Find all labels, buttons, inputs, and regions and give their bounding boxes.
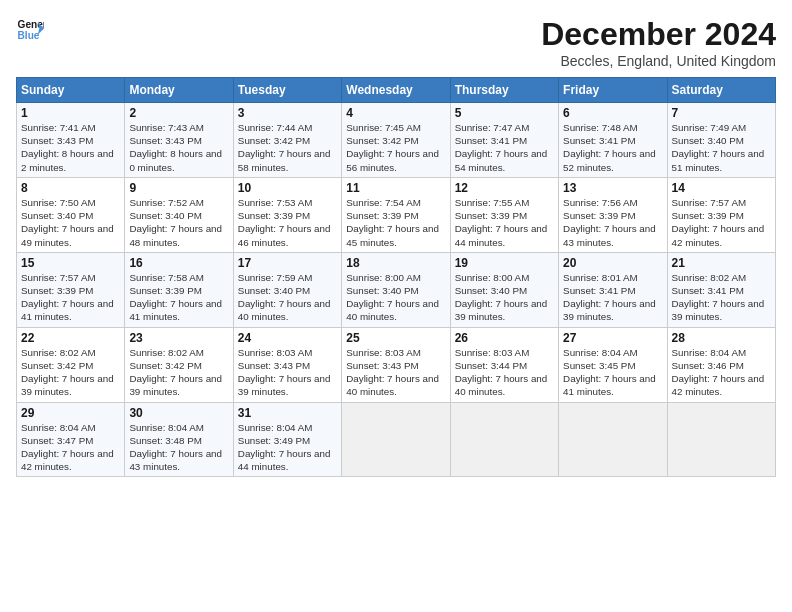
- calendar-cell: 10 Sunrise: 7:53 AMSunset: 3:39 PMDaylig…: [233, 177, 341, 252]
- day-info: Sunrise: 7:58 AMSunset: 3:39 PMDaylight:…: [129, 271, 228, 324]
- calendar-cell: [559, 402, 667, 477]
- day-number: 2: [129, 106, 228, 120]
- day-info: Sunrise: 7:50 AMSunset: 3:40 PMDaylight:…: [21, 196, 120, 249]
- calendar-cell: 28 Sunrise: 8:04 AMSunset: 3:46 PMDaylig…: [667, 327, 775, 402]
- calendar-cell: 5 Sunrise: 7:47 AMSunset: 3:41 PMDayligh…: [450, 103, 558, 178]
- calendar-cell: 27 Sunrise: 8:04 AMSunset: 3:45 PMDaylig…: [559, 327, 667, 402]
- day-info: Sunrise: 7:55 AMSunset: 3:39 PMDaylight:…: [455, 196, 554, 249]
- day-info: Sunrise: 7:54 AMSunset: 3:39 PMDaylight:…: [346, 196, 445, 249]
- calendar-cell: 1 Sunrise: 7:41 AMSunset: 3:43 PMDayligh…: [17, 103, 125, 178]
- day-number: 3: [238, 106, 337, 120]
- day-info: Sunrise: 8:00 AMSunset: 3:40 PMDaylight:…: [455, 271, 554, 324]
- day-number: 25: [346, 331, 445, 345]
- calendar-cell: 13 Sunrise: 7:56 AMSunset: 3:39 PMDaylig…: [559, 177, 667, 252]
- day-info: Sunrise: 8:03 AMSunset: 3:43 PMDaylight:…: [238, 346, 337, 399]
- day-info: Sunrise: 8:01 AMSunset: 3:41 PMDaylight:…: [563, 271, 662, 324]
- day-number: 15: [21, 256, 120, 270]
- day-info: Sunrise: 8:00 AMSunset: 3:40 PMDaylight:…: [346, 271, 445, 324]
- day-number: 16: [129, 256, 228, 270]
- col-saturday: Saturday: [667, 78, 775, 103]
- svg-text:Blue: Blue: [18, 30, 40, 41]
- day-info: Sunrise: 8:02 AMSunset: 3:42 PMDaylight:…: [21, 346, 120, 399]
- day-number: 21: [672, 256, 771, 270]
- calendar-cell: [342, 402, 450, 477]
- day-info: Sunrise: 8:03 AMSunset: 3:44 PMDaylight:…: [455, 346, 554, 399]
- day-info: Sunrise: 7:44 AMSunset: 3:42 PMDaylight:…: [238, 121, 337, 174]
- day-number: 29: [21, 406, 120, 420]
- logo: General Blue: [16, 16, 44, 44]
- day-number: 28: [672, 331, 771, 345]
- day-number: 5: [455, 106, 554, 120]
- calendar-cell: 8 Sunrise: 7:50 AMSunset: 3:40 PMDayligh…: [17, 177, 125, 252]
- day-info: Sunrise: 7:49 AMSunset: 3:40 PMDaylight:…: [672, 121, 771, 174]
- day-number: 11: [346, 181, 445, 195]
- location: Beccles, England, United Kingdom: [541, 53, 776, 69]
- day-info: Sunrise: 7:57 AMSunset: 3:39 PMDaylight:…: [21, 271, 120, 324]
- day-number: 26: [455, 331, 554, 345]
- calendar-cell: 12 Sunrise: 7:55 AMSunset: 3:39 PMDaylig…: [450, 177, 558, 252]
- calendar-cell: 4 Sunrise: 7:45 AMSunset: 3:42 PMDayligh…: [342, 103, 450, 178]
- day-info: Sunrise: 7:47 AMSunset: 3:41 PMDaylight:…: [455, 121, 554, 174]
- day-number: 4: [346, 106, 445, 120]
- day-info: Sunrise: 8:04 AMSunset: 3:49 PMDaylight:…: [238, 421, 337, 474]
- col-tuesday: Tuesday: [233, 78, 341, 103]
- calendar-cell: 19 Sunrise: 8:00 AMSunset: 3:40 PMDaylig…: [450, 252, 558, 327]
- calendar-cell: 24 Sunrise: 8:03 AMSunset: 3:43 PMDaylig…: [233, 327, 341, 402]
- day-number: 1: [21, 106, 120, 120]
- calendar-cell: 30 Sunrise: 8:04 AMSunset: 3:48 PMDaylig…: [125, 402, 233, 477]
- day-info: Sunrise: 8:03 AMSunset: 3:43 PMDaylight:…: [346, 346, 445, 399]
- day-info: Sunrise: 7:48 AMSunset: 3:41 PMDaylight:…: [563, 121, 662, 174]
- day-info: Sunrise: 7:52 AMSunset: 3:40 PMDaylight:…: [129, 196, 228, 249]
- day-number: 23: [129, 331, 228, 345]
- calendar-cell: [450, 402, 558, 477]
- calendar-cell: 25 Sunrise: 8:03 AMSunset: 3:43 PMDaylig…: [342, 327, 450, 402]
- col-wednesday: Wednesday: [342, 78, 450, 103]
- calendar-cell: 3 Sunrise: 7:44 AMSunset: 3:42 PMDayligh…: [233, 103, 341, 178]
- day-info: Sunrise: 7:57 AMSunset: 3:39 PMDaylight:…: [672, 196, 771, 249]
- calendar-cell: 21 Sunrise: 8:02 AMSunset: 3:41 PMDaylig…: [667, 252, 775, 327]
- day-number: 10: [238, 181, 337, 195]
- day-info: Sunrise: 8:04 AMSunset: 3:47 PMDaylight:…: [21, 421, 120, 474]
- calendar-cell: 14 Sunrise: 7:57 AMSunset: 3:39 PMDaylig…: [667, 177, 775, 252]
- page: General Blue December 2024 Beccles, Engl…: [0, 0, 792, 612]
- day-number: 30: [129, 406, 228, 420]
- calendar-cell: 2 Sunrise: 7:43 AMSunset: 3:43 PMDayligh…: [125, 103, 233, 178]
- day-number: 22: [21, 331, 120, 345]
- day-info: Sunrise: 8:04 AMSunset: 3:45 PMDaylight:…: [563, 346, 662, 399]
- title-block: December 2024 Beccles, England, United K…: [541, 16, 776, 69]
- calendar-cell: 23 Sunrise: 8:02 AMSunset: 3:42 PMDaylig…: [125, 327, 233, 402]
- day-number: 6: [563, 106, 662, 120]
- header: General Blue December 2024 Beccles, Engl…: [16, 16, 776, 69]
- calendar-cell: 22 Sunrise: 8:02 AMSunset: 3:42 PMDaylig…: [17, 327, 125, 402]
- day-number: 24: [238, 331, 337, 345]
- day-info: Sunrise: 7:43 AMSunset: 3:43 PMDaylight:…: [129, 121, 228, 174]
- day-number: 12: [455, 181, 554, 195]
- calendar-cell: 18 Sunrise: 8:00 AMSunset: 3:40 PMDaylig…: [342, 252, 450, 327]
- day-info: Sunrise: 8:04 AMSunset: 3:46 PMDaylight:…: [672, 346, 771, 399]
- day-number: 7: [672, 106, 771, 120]
- day-number: 18: [346, 256, 445, 270]
- day-number: 31: [238, 406, 337, 420]
- calendar: Sunday Monday Tuesday Wednesday Thursday…: [16, 77, 776, 477]
- calendar-cell: 11 Sunrise: 7:54 AMSunset: 3:39 PMDaylig…: [342, 177, 450, 252]
- day-number: 17: [238, 256, 337, 270]
- day-info: Sunrise: 7:41 AMSunset: 3:43 PMDaylight:…: [21, 121, 120, 174]
- calendar-cell: 7 Sunrise: 7:49 AMSunset: 3:40 PMDayligh…: [667, 103, 775, 178]
- calendar-cell: 15 Sunrise: 7:57 AMSunset: 3:39 PMDaylig…: [17, 252, 125, 327]
- col-monday: Monday: [125, 78, 233, 103]
- col-sunday: Sunday: [17, 78, 125, 103]
- calendar-cell: 20 Sunrise: 8:01 AMSunset: 3:41 PMDaylig…: [559, 252, 667, 327]
- calendar-cell: [667, 402, 775, 477]
- day-info: Sunrise: 7:45 AMSunset: 3:42 PMDaylight:…: [346, 121, 445, 174]
- calendar-header-row: Sunday Monday Tuesday Wednesday Thursday…: [17, 78, 776, 103]
- calendar-cell: 29 Sunrise: 8:04 AMSunset: 3:47 PMDaylig…: [17, 402, 125, 477]
- day-info: Sunrise: 8:02 AMSunset: 3:42 PMDaylight:…: [129, 346, 228, 399]
- calendar-week-3: 15 Sunrise: 7:57 AMSunset: 3:39 PMDaylig…: [17, 252, 776, 327]
- calendar-week-1: 1 Sunrise: 7:41 AMSunset: 3:43 PMDayligh…: [17, 103, 776, 178]
- calendar-cell: 31 Sunrise: 8:04 AMSunset: 3:49 PMDaylig…: [233, 402, 341, 477]
- calendar-cell: 9 Sunrise: 7:52 AMSunset: 3:40 PMDayligh…: [125, 177, 233, 252]
- day-info: Sunrise: 7:56 AMSunset: 3:39 PMDaylight:…: [563, 196, 662, 249]
- day-info: Sunrise: 7:53 AMSunset: 3:39 PMDaylight:…: [238, 196, 337, 249]
- day-info: Sunrise: 8:02 AMSunset: 3:41 PMDaylight:…: [672, 271, 771, 324]
- day-number: 20: [563, 256, 662, 270]
